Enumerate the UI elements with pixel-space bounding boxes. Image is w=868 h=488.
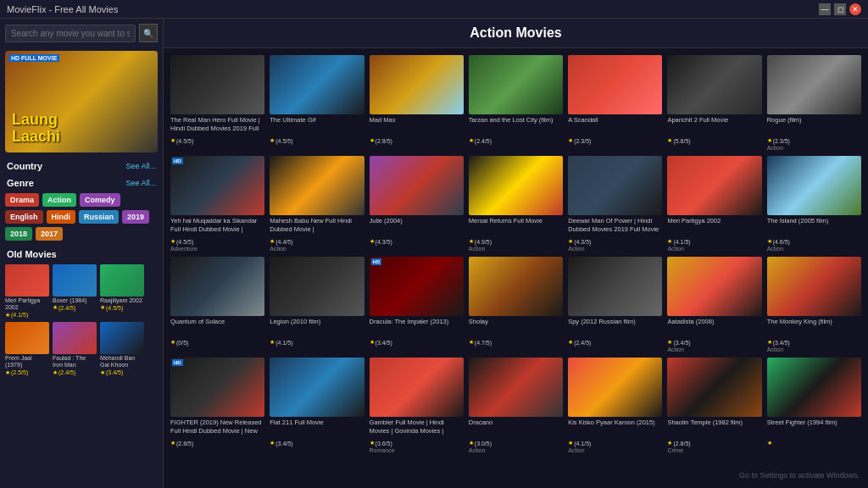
genre-action[interactable]: Action xyxy=(42,193,76,207)
title-bar-controls: — ◻ ✕ xyxy=(819,3,861,15)
movie-rating: ★(4.5/5) xyxy=(270,137,364,144)
genre-comedy[interactable]: Comedy xyxy=(80,193,120,207)
movie-card[interactable]: Quantum of Solace ★(0/5) xyxy=(170,257,264,352)
old-movie-item[interactable]: Faulad : The Iron Man ★(2.4/5) xyxy=(53,322,97,376)
movie-genre: Action xyxy=(667,246,761,252)
genre-2017[interactable]: 2017 xyxy=(36,227,63,241)
movie-card[interactable]: The Monkey King (film) ★(3.4/5) Action xyxy=(767,257,861,352)
movie-thumb xyxy=(667,156,761,215)
movie-thumb-inner xyxy=(767,156,861,215)
movie-rating: ★(4.1/5) xyxy=(270,339,364,346)
movie-genre: Crime xyxy=(667,447,761,453)
old-movie-thumb-inner xyxy=(53,322,97,354)
sidebar: 🔍 HD FULL MOVIE LaungLaachi Country See … xyxy=(0,19,164,488)
movie-rating: ★(0/5) xyxy=(170,339,264,346)
movie-card[interactable]: HD FIGHTER (2019) New Released Full Hind… xyxy=(170,358,264,453)
genre-see-all[interactable]: See All... xyxy=(125,179,156,187)
movie-thumb-inner xyxy=(568,358,662,417)
movie-card[interactable]: Tarzan and the Lost City (film) ★(2.4/5) xyxy=(469,55,563,151)
genre-english[interactable]: English xyxy=(5,210,43,224)
movie-card[interactable]: Mersai Returns Full Movie ★(4.9/5) Actio… xyxy=(469,156,563,252)
movie-thumb-inner xyxy=(270,257,364,316)
movie-card[interactable]: Kis Kisko Pyaar Karoon (2015) ★(4.1/5) A… xyxy=(568,358,662,453)
movie-card[interactable]: Street Fighter (1994 film) ★ xyxy=(767,358,861,453)
movie-card[interactable]: The Real Man Hero Full Movie | Hindi Dub… xyxy=(170,55,264,151)
old-movie-title: Raajiliyam 2002 xyxy=(100,297,144,304)
movie-card[interactable]: Mahesh Babu New Full Hindi Dubbed Movie … xyxy=(270,156,364,252)
genre-russian[interactable]: Russian xyxy=(79,210,119,224)
title-bar: MovieFlix - Free All Movies — ◻ ✕ xyxy=(0,0,868,19)
old-movie-title: Faulad : The Iron Man xyxy=(53,355,97,369)
movie-genre: Action xyxy=(767,246,861,252)
featured-banner[interactable]: HD FULL MOVIE LaungLaachi xyxy=(5,51,158,152)
movie-badge: HD xyxy=(371,258,382,265)
movie-rating: ★ xyxy=(767,440,861,446)
movie-genre: Action xyxy=(767,145,861,151)
movie-rating: ★(3.4/5) xyxy=(270,440,364,446)
movie-card[interactable]: The Island (2005 film) ★(4.6/5) Action xyxy=(767,156,861,252)
old-movie-thumb xyxy=(5,264,49,297)
old-movie-item[interactable]: Mehandi Ban Gai Khoon ★(3.4/5) xyxy=(100,322,144,376)
movie-genre: Adventure xyxy=(170,246,264,252)
movie-title: Spy (2012 Russian film) xyxy=(568,318,662,338)
movie-card[interactable]: The Ultimate Gif ★(4.5/5) xyxy=(270,55,364,151)
close-button[interactable]: ✕ xyxy=(849,3,861,15)
movie-card[interactable]: Gambler Full Movie | Hindi Movies | Govi… xyxy=(370,358,464,453)
movie-card[interactable]: Aatadista (2008) ★(3.4/5) Action xyxy=(667,257,761,352)
genre-drama[interactable]: Drama xyxy=(5,193,39,207)
movie-title: Julie (2004) xyxy=(370,217,464,237)
genre-2018[interactable]: 2018 xyxy=(5,227,32,241)
country-see-all[interactable]: See All... xyxy=(125,162,156,170)
movie-card[interactable]: Julie (2004) ★(4.3/5) xyxy=(370,156,464,252)
search-input[interactable] xyxy=(5,25,136,42)
old-movie-item[interactable]: Boxer (1984) ★(2.4/5) xyxy=(53,264,97,319)
movie-card[interactable]: Spy (2012 Russian film) ★(2.4/5) xyxy=(568,257,662,352)
movie-card[interactable]: HD Dracula: The Impaler (2013) ★(3.4/5) xyxy=(370,257,464,352)
movie-card[interactable]: Legion (2010 film) ★(4.1/5) xyxy=(270,257,364,352)
old-movie-rating: ★(4.5/5) xyxy=(100,304,144,311)
movie-card[interactable]: A Scandall ★(2.3/5) xyxy=(568,55,662,151)
genre-2019[interactable]: 2019 xyxy=(122,210,149,224)
movie-rating: ★(4.4/5) xyxy=(270,238,364,245)
movie-thumb-inner xyxy=(270,156,364,215)
old-movie-rating: ★(2.5/5) xyxy=(5,369,49,376)
movie-thumb-inner xyxy=(568,55,662,114)
movie-title: Shaolin Temple (1982 film) xyxy=(667,419,761,439)
old-movie-thumb-inner xyxy=(100,264,144,297)
movie-card[interactable]: Deewar Man Of Power | Hindi Dubbed Movie… xyxy=(568,156,662,252)
movie-title: Legion (2010 film) xyxy=(270,318,364,338)
movie-card[interactable]: HD Yeh hai Muqaddar ka Sikandar Full Hin… xyxy=(170,156,264,252)
movie-rating: ★(2.3/5) xyxy=(767,137,861,144)
windows-watermark: Go to Settings to activate Windows. xyxy=(739,471,860,480)
movie-title: Tarzan and the Lost City (film) xyxy=(469,116,563,136)
old-movie-thumb xyxy=(5,322,49,354)
movie-card[interactable]: Dracano ★(3.0/5) Action xyxy=(469,358,563,453)
movie-card[interactable]: Mad Max ★(2.8/5) xyxy=(370,55,464,151)
old-movie-item[interactable]: Meri Partigya 2002 ★(4.1/5) xyxy=(5,264,49,319)
minimize-button[interactable]: — xyxy=(819,3,831,15)
app-container: 🔍 HD FULL MOVIE LaungLaachi Country See … xyxy=(0,19,868,488)
movie-title: Dracano xyxy=(469,419,563,439)
maximize-button[interactable]: ◻ xyxy=(834,3,846,15)
movie-thumb-inner xyxy=(370,156,464,215)
movie-card[interactable]: Shaolin Temple (1982 film) ★(2.8/5) Crim… xyxy=(667,358,761,453)
old-movie-item[interactable]: Raajiliyam 2002 ★(4.5/5) xyxy=(100,264,144,319)
movie-card[interactable]: Aparichit 2 Full Movie ★(5.8/5) xyxy=(667,55,761,151)
movie-thumb-inner xyxy=(568,156,662,215)
movie-rating: ★(4.9/5) xyxy=(469,238,563,245)
movie-card[interactable]: Flat 211 Full Movie ★(3.4/5) xyxy=(270,358,364,453)
old-movies-label: Old Movies xyxy=(7,249,57,259)
movie-card[interactable]: Sholay ★(4.7/5) xyxy=(469,257,563,352)
main-content: Action Movies The Real Man Hero Full Mov… xyxy=(164,19,868,488)
old-movie-item[interactable]: Prem Jaal (1979) ★(2.5/5) xyxy=(5,322,49,376)
movie-thumb xyxy=(667,55,761,114)
old-movie-rating: ★(2.4/5) xyxy=(53,369,97,376)
movie-card[interactable]: Meri Partigya 2002 ★(4.1/5) Action xyxy=(667,156,761,252)
genre-hindi[interactable]: Hindi xyxy=(47,210,76,224)
search-button[interactable]: 🔍 xyxy=(139,24,158,42)
movies-grid: The Real Man Hero Full Movie | Hindi Dub… xyxy=(164,48,868,460)
movie-thumb xyxy=(170,257,264,316)
movie-card[interactable]: Rogue (film) ★(2.3/5) Action xyxy=(767,55,861,151)
movie-thumb-inner xyxy=(469,156,563,215)
movie-thumb-inner: HD xyxy=(370,257,464,316)
